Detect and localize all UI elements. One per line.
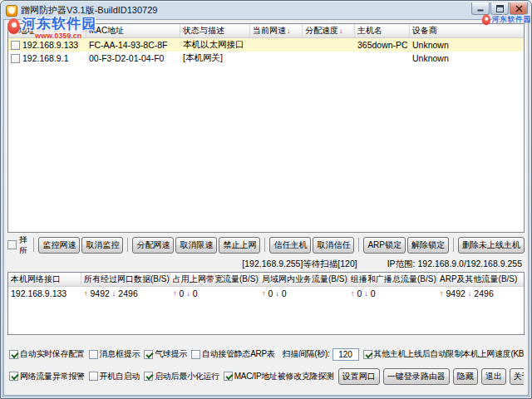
select-all-checkbox[interactable]: 选择所有 bbox=[7, 236, 27, 254]
host-cell-ip: 192.168.9.1 bbox=[8, 52, 86, 65]
cancel-speed-limit-button[interactable]: 取消限速 bbox=[175, 237, 217, 254]
window-title: 蹭网防护器V3.1版-BuildID130729 bbox=[21, 4, 468, 17]
about-button[interactable]: 关于 bbox=[510, 368, 524, 385]
host-col-label: 分配速度 bbox=[305, 25, 338, 37]
host-cell-status: [本机网关] bbox=[180, 52, 250, 65]
host-col-vendor[interactable]: 设备商 bbox=[410, 24, 524, 37]
minimize-button[interactable] bbox=[471, 2, 490, 15]
minimize-on-start-checkbox[interactable]: 启动后最小化运行 bbox=[144, 371, 219, 382]
down-arrow-icon: ↓ bbox=[468, 289, 472, 298]
client-area: IP地址MAC地址状态与描述当前网速↓分配速度↓主机名设备商 192.168.9… bbox=[3, 19, 529, 396]
host-col-current-speed[interactable]: 当前网速↓ bbox=[250, 24, 303, 37]
auto-start-checkbox[interactable]: 开机自启动 bbox=[89, 371, 140, 382]
stats-col-label: 所有经过网口数据(B/S) bbox=[84, 273, 170, 285]
balloon-tip-checkbox-box[interactable] bbox=[144, 350, 153, 359]
limit-speed-box[interactable] bbox=[363, 350, 372, 359]
maximize-button[interactable] bbox=[490, 2, 509, 15]
scan-interval-label: 扫描间隔(秒): bbox=[283, 348, 330, 360]
host-cell-text: 365down-PC bbox=[357, 40, 408, 50]
arp-lock-button[interactable]: ARP锁定 bbox=[363, 237, 406, 254]
traffic-alarm-checkbox-label: 网络流量异常报警 bbox=[20, 371, 85, 382]
host-cell-text: FC-AA-14-93-8C-8F bbox=[89, 40, 168, 50]
host-col-mac[interactable]: MAC地址 bbox=[86, 24, 180, 37]
select-all-box[interactable] bbox=[7, 240, 17, 249]
message-box-tip-checkbox[interactable]: 消息框提示 bbox=[89, 348, 140, 360]
toolbar-separator bbox=[264, 238, 265, 252]
scan-interval-input[interactable] bbox=[332, 348, 359, 361]
host-cell-vendor: Unknown bbox=[410, 38, 524, 52]
limit-speed-checkbox[interactable]: 其他主机上线后自动限制本机上网速度(KB/秒): bbox=[363, 348, 524, 360]
stats-col-arp-traffic: ARP及其他流量(B/S) bbox=[437, 273, 524, 286]
stats-interface-text: 192.168.9.133 bbox=[11, 288, 66, 298]
host-cell-text: [本机网关] bbox=[183, 52, 223, 64]
host-col-status[interactable]: 状态与描述 bbox=[180, 24, 250, 37]
auto-start-checkbox-box[interactable] bbox=[89, 372, 98, 381]
host-cell-text: Unknown bbox=[412, 40, 449, 50]
traffic-alarm-checkbox-box[interactable] bbox=[9, 372, 18, 381]
traffic-alarm-checkbox[interactable]: 网络流量异常报警 bbox=[9, 371, 85, 382]
host-col-label: 主机名 bbox=[357, 25, 382, 37]
host-toolbar-buttons: 监控网速取消监控分配网速取消限速禁止上网信任主机取消信任ARP锁定解除锁定删除未… bbox=[38, 237, 525, 254]
delete-offline-hosts-button[interactable]: 删除未上线主机 bbox=[458, 237, 525, 254]
down-arrow-icon: ↓ bbox=[186, 289, 190, 298]
host-col-alloc-speed[interactable]: 分配速度↓ bbox=[303, 24, 355, 37]
up-value: 9492 bbox=[446, 288, 466, 298]
cancel-trust-button[interactable]: 取消信任 bbox=[313, 237, 354, 254]
host-row[interactable]: 192.168.9.133FC-AA-14-93-8C-8F本机以太网接口365… bbox=[8, 38, 524, 52]
limit-speed-label: 其他主机上线后自动限制本机上网速度(KB/秒): bbox=[374, 348, 524, 360]
host-row-checkbox[interactable] bbox=[11, 54, 20, 63]
close-button[interactable] bbox=[510, 2, 528, 15]
minimize-on-start-checkbox-box[interactable] bbox=[144, 372, 153, 381]
login-router-button[interactable]: 一键登录路由器 bbox=[383, 368, 450, 385]
block-internet-button[interactable]: 禁止上网 bbox=[219, 237, 260, 254]
stats-col-label: 占用上网带宽流量(B/S) bbox=[173, 273, 259, 285]
host-cell-mac: 00-F3-D2-01-04-F0 bbox=[86, 52, 180, 65]
titlebar: 蹭网防护器V3.1版-BuildID130729 bbox=[1, 1, 531, 18]
mac-ip-clone-detect-checkbox[interactable]: MAC/IP地址被修改克隆探测 bbox=[224, 371, 334, 382]
host-toolbar: 选择所有 监控网速取消监控分配网速取消限速禁止上网信任主机取消信任ARP锁定解除… bbox=[7, 236, 525, 254]
exit-button[interactable]: 退出 bbox=[481, 368, 506, 385]
down-value: 0 bbox=[193, 288, 198, 298]
host-row-checkbox[interactable] bbox=[11, 41, 20, 50]
arp-unlock-button[interactable]: 解除锁定 bbox=[407, 237, 449, 254]
auto-save-config-checkbox[interactable]: 自动实时保存配置 bbox=[9, 348, 85, 360]
auto-save-config-checkbox-box[interactable] bbox=[9, 350, 18, 359]
stats-cell-interface: 192.168.9.133 bbox=[8, 287, 81, 300]
up-arrow-icon: ↑ bbox=[173, 289, 177, 298]
host-cell-text: Unknown bbox=[412, 53, 449, 63]
monitor-speed-button[interactable]: 监控网速 bbox=[38, 237, 80, 254]
allocate-speed-button[interactable]: 分配网速 bbox=[132, 237, 174, 254]
static-arp-takeover-checkbox-box[interactable] bbox=[191, 350, 200, 359]
host-col-label: 设备商 bbox=[412, 25, 437, 37]
select-all-label: 选择所有 bbox=[19, 236, 27, 254]
app-icon bbox=[6, 5, 17, 17]
hide-button[interactable]: 隐藏 bbox=[453, 368, 478, 385]
auto-start-checkbox-label: 开机自启动 bbox=[100, 371, 140, 382]
message-box-tip-checkbox-box[interactable] bbox=[89, 350, 98, 359]
host-cell-current-speed bbox=[250, 38, 303, 52]
auto-save-config-checkbox-label: 自动实时保存配置 bbox=[20, 348, 85, 360]
mac-ip-clone-detect-checkbox-box[interactable] bbox=[224, 372, 233, 381]
ip-range-text: IP范围: 192.168.9.0/192.168.9.255 bbox=[387, 259, 522, 270]
up-value: 0 bbox=[180, 288, 185, 298]
stats-col-label: 本机网络接口 bbox=[11, 273, 61, 285]
stats-col-label: 组播和广播总流量(B/S) bbox=[351, 273, 436, 285]
host-row[interactable]: 192.168.9.100-F3-D2-01-04-F0[本机网关]Unknow… bbox=[8, 52, 524, 65]
host-col-ip[interactable]: IP地址 bbox=[8, 24, 86, 37]
trust-host-button[interactable]: 信任主机 bbox=[269, 237, 311, 254]
balloon-tip-checkbox-label: 气球提示 bbox=[155, 348, 187, 360]
up-value: 0 bbox=[268, 288, 273, 298]
stats-cell-arp-traffic: ↑9492↓2496 bbox=[437, 287, 524, 300]
set-network-port-button[interactable]: 设置网口 bbox=[338, 368, 380, 385]
sort-arrow-icon: ↓ bbox=[339, 27, 343, 35]
up-value: 0 bbox=[357, 288, 362, 298]
cancel-monitor-button[interactable]: 取消监控 bbox=[81, 237, 123, 254]
up-arrow-icon: ↑ bbox=[351, 289, 355, 298]
host-col-hostname[interactable]: 主机名 bbox=[355, 24, 410, 37]
down-value: 2496 bbox=[474, 288, 493, 298]
host-cell-text: 本机以太网接口 bbox=[183, 39, 244, 51]
host-col-label: MAC地址 bbox=[89, 25, 124, 37]
balloon-tip-checkbox[interactable]: 气球提示 bbox=[144, 348, 187, 360]
static-arp-takeover-checkbox[interactable]: 自动接管静态ARP表 bbox=[191, 348, 275, 360]
stats-col-lan-traffic: 局域网内业务流量(B/S) bbox=[259, 273, 348, 286]
